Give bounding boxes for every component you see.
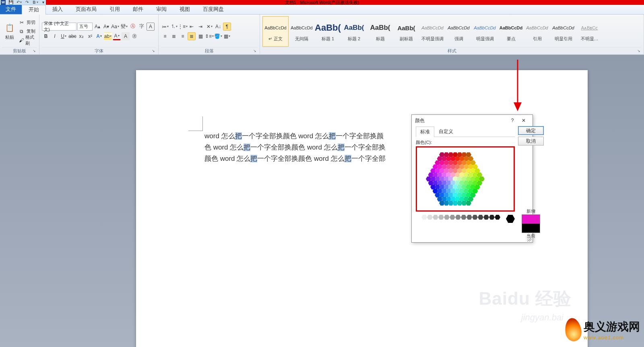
font-color-button[interactable]: A [113, 32, 121, 40]
tab-file[interactable]: 文件 [0, 4, 22, 14]
dialog-cancel-button[interactable]: 取消 [518, 137, 544, 145]
gray-cell[interactable] [450, 215, 455, 220]
align-center-button[interactable]: ≣ [170, 32, 178, 40]
clipboard-launcher-icon[interactable]: ↘ [32, 49, 37, 54]
style-item-10[interactable]: AaBbCcDd引用 [524, 16, 550, 47]
tab-insert[interactable]: 插入 [46, 4, 69, 14]
align-left-button[interactable]: ≡ [161, 32, 169, 40]
tab-mailings[interactable]: 邮件 [126, 4, 150, 14]
dialog-tab-standard[interactable]: 标准 [416, 127, 434, 137]
distribute-button[interactable]: ▦ [196, 32, 204, 40]
dialog-tab-custom[interactable]: 自定义 [434, 126, 458, 137]
superscript-button[interactable]: x² [86, 32, 94, 40]
bullets-button[interactable]: ≔ [161, 23, 169, 31]
shrink-font-button[interactable]: A▾ [102, 23, 110, 31]
gray-cell[interactable] [461, 215, 466, 220]
style-item-11[interactable]: AaBbCcDd明显引用 [550, 16, 576, 47]
dialog-ok-button[interactable]: 确定 [518, 126, 544, 135]
tab-baidu[interactable]: 百度网盘 [196, 4, 230, 14]
gray-cell[interactable] [416, 215, 421, 220]
tab-home[interactable]: 开始 [22, 5, 46, 15]
increase-indent-button[interactable]: ⇥ [196, 23, 204, 31]
paste-button[interactable]: 📋 粘贴 [2, 18, 17, 45]
palette-label: 颜色(C): [416, 139, 515, 145]
change-case-button[interactable]: Aa [111, 23, 119, 31]
tab-review[interactable]: 审阅 [150, 4, 173, 14]
dialog-help-button[interactable]: ? [507, 116, 518, 125]
font-size-combo[interactable]: 五号 [77, 23, 93, 31]
char-shading-button[interactable]: A [122, 32, 130, 40]
font-launcher-icon[interactable]: ↘ [151, 49, 156, 54]
qat-customize-icon[interactable]: ▾ [40, 0, 46, 5]
paragraph-launcher-icon[interactable]: ↘ [252, 49, 257, 54]
numbering-button[interactable]: ⒈ [170, 23, 178, 31]
clear-format-button[interactable]: Ⓐ [129, 23, 137, 31]
cut-button[interactable]: ✂剪切 [19, 19, 37, 27]
show-marks-button[interactable]: ¶ [223, 23, 231, 31]
qat-save-button[interactable]: 💾 [8, 0, 14, 5]
gray-cell[interactable] [421, 215, 427, 220]
font-group-label: 字体 [95, 48, 103, 54]
style-item-5[interactable]: AaBb(副标题 [393, 16, 419, 47]
site-url: www.aoe1.com [584, 335, 640, 341]
style-item-3[interactable]: AaBb(标题 2 [341, 16, 367, 47]
style-item-2[interactable]: AaBb(标题 1 [315, 16, 341, 47]
style-item-8[interactable]: AaBbCcDd明显强调 [472, 16, 498, 47]
gray-cell[interactable] [433, 215, 438, 220]
gray-cell[interactable] [478, 215, 483, 220]
highlight-button[interactable]: ab [104, 32, 112, 40]
tab-references[interactable]: 引用 [103, 4, 126, 14]
bold-button[interactable]: B [42, 32, 50, 40]
gray-cell[interactable] [444, 215, 450, 220]
style-item-6[interactable]: AaBbCcDd不明显强调 [419, 16, 446, 47]
shading-button[interactable]: 🪣 [214, 32, 222, 40]
decrease-indent-button[interactable]: ⇤ [188, 23, 196, 31]
align-justify-button[interactable]: ≣ [188, 32, 196, 40]
qat-new-button[interactable]: 🗎 [32, 0, 38, 5]
gray-cell[interactable] [455, 215, 461, 220]
style-item-1[interactable]: AaBbCcDd无间隔 [289, 16, 315, 47]
enclose-char-button[interactable]: 字 [138, 23, 146, 31]
text-effects-button[interactable]: A [95, 32, 103, 40]
style-item-0[interactable]: AaBbCcDd↵ 正文 [262, 16, 289, 47]
style-item-12[interactable]: AᴀBʙCᴄ不明显… [576, 16, 603, 47]
style-item-7[interactable]: AaBbCcDd强调 [446, 16, 472, 47]
gray-cell[interactable] [495, 215, 500, 220]
phonetic-guide-button[interactable]: 變 [120, 23, 128, 31]
tab-view[interactable]: 视图 [173, 4, 196, 14]
style-item-4[interactable]: AaBb(标题 [367, 16, 393, 47]
gray-cell[interactable] [489, 215, 495, 220]
gray-cell[interactable] [466, 215, 472, 220]
gray-cell[interactable] [472, 215, 478, 220]
qat-undo-button[interactable]: ↶ [16, 0, 22, 5]
format-painter-button[interactable]: 🖌格式刷 [19, 36, 37, 44]
grow-font-button[interactable]: A▴ [93, 23, 101, 31]
dialog-close-button[interactable]: ✕ [518, 116, 529, 125]
word-app-icon[interactable]: W [1, 0, 6, 5]
align-right-button[interactable]: ≡ [179, 32, 187, 40]
gray-cell[interactable] [438, 215, 444, 220]
line-spacing-button[interactable]: ⇕≡ [205, 32, 213, 40]
grayscale-row[interactable] [416, 215, 515, 223]
borders-button[interactable]: ▦ [223, 32, 231, 40]
resize-grip-icon[interactable] [527, 237, 532, 241]
italic-button[interactable]: I [51, 32, 59, 40]
tab-layout[interactable]: 页面布局 [69, 4, 103, 14]
strikethrough-button[interactable]: abc [68, 32, 76, 40]
underline-button[interactable]: U [60, 32, 68, 40]
color-hexagon[interactable] [418, 148, 493, 210]
current-gray-cell[interactable] [506, 215, 515, 223]
asian-layout-button[interactable]: ✕ [205, 23, 213, 31]
gray-cell[interactable] [483, 215, 489, 220]
enclose-hex-button[interactable]: ㊜ [130, 32, 138, 40]
qat-redo-button[interactable]: ↷ [24, 0, 30, 5]
char-border-button[interactable]: A [147, 23, 155, 31]
font-name-combo[interactable]: 宋体 (中文正文) [42, 23, 76, 31]
gray-cell[interactable] [427, 215, 433, 220]
subscript-button[interactable]: x₂ [77, 32, 85, 40]
group-clipboard: 📋 粘贴 ✂剪切 ⧉复制 🖌格式刷 剪贴板↘ [0, 15, 39, 54]
multilevel-button[interactable]: ⋮≡ [179, 23, 187, 31]
styles-launcher-icon[interactable]: ↘ [636, 49, 641, 54]
sort-button[interactable]: A↓ [214, 23, 222, 31]
style-item-9[interactable]: AaBbCcDd要点 [498, 16, 524, 47]
